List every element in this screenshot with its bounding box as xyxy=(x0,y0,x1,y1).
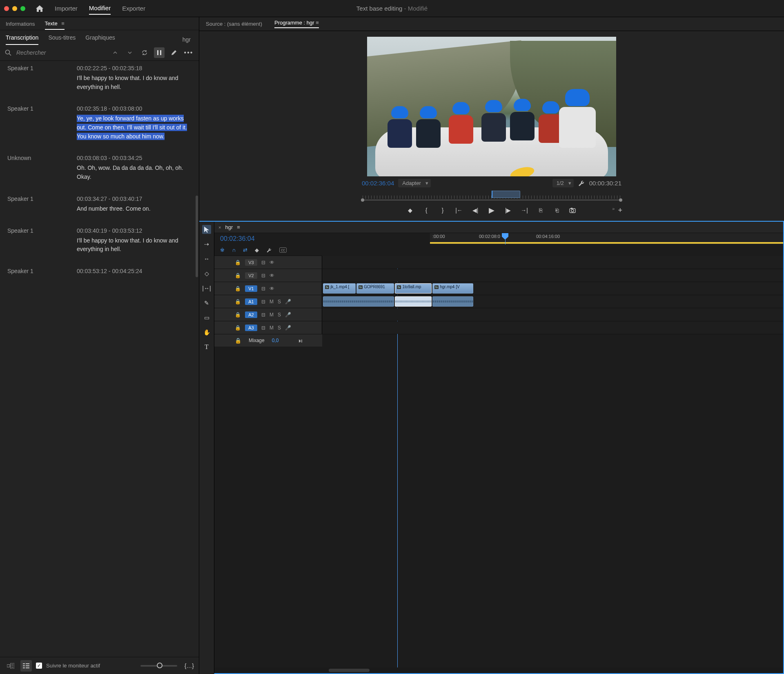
lock-icon[interactable]: 🔒 xyxy=(235,325,241,331)
current-timecode[interactable]: 00:02:36:04 xyxy=(362,180,394,187)
tab-graphics[interactable]: Graphiques xyxy=(85,34,115,45)
clip[interactable]: fxGOPR8691 xyxy=(356,283,394,294)
minimize-window-icon[interactable] xyxy=(12,6,17,11)
lock-icon[interactable]: 🔒 xyxy=(235,273,241,278)
audio-clip-selected[interactable] xyxy=(395,296,432,307)
magnet-icon[interactable]: ∩ xyxy=(232,247,236,253)
lock-icon[interactable]: 🔒 xyxy=(235,286,241,291)
video-frame[interactable] xyxy=(367,37,616,176)
transcript-entry[interactable]: Speaker 1 00:03:34:27 - 00:03:40:17And n… xyxy=(7,196,192,214)
in-point-icon[interactable]: { xyxy=(422,207,430,214)
tab-subtitles[interactable]: Sous-titres xyxy=(48,34,76,45)
audio-clip[interactable] xyxy=(323,296,394,307)
tab-source-monitor[interactable]: Source : (sans élément) xyxy=(206,21,262,27)
transcript-entry[interactable]: Speaker 1 00:03:53:12 - 00:04:25:24 xyxy=(7,268,192,277)
prev-match-icon[interactable] xyxy=(110,47,120,58)
add-button-icon[interactable]: + xyxy=(618,206,622,215)
track-select-tool-icon[interactable]: ⇢ xyxy=(202,240,211,249)
play-icon[interactable]: ▶ xyxy=(488,206,496,215)
transcript-text[interactable]: I'll be happy to know that. I do know an… xyxy=(77,237,178,253)
mic-icon[interactable]: 🎤 xyxy=(285,312,291,318)
sequence-menu-icon[interactable]: ≡ xyxy=(237,224,240,230)
tab-informations[interactable]: Informations xyxy=(6,21,35,29)
more-options-icon[interactable]: ••• xyxy=(183,47,194,58)
sequence-title[interactable]: hgr xyxy=(225,224,233,230)
step-forward-icon[interactable]: |▶ xyxy=(504,207,512,214)
hand-tool-icon[interactable]: ✋ xyxy=(202,328,211,337)
caption-view-icon[interactable] xyxy=(5,660,16,672)
eye-icon[interactable]: 👁 xyxy=(270,273,274,278)
marker-icon[interactable]: ◆ xyxy=(406,207,414,214)
settings-wrench-icon[interactable] xyxy=(266,247,272,253)
pen-tool-icon[interactable]: ✎ xyxy=(202,298,211,307)
timeline-tracks[interactable]: 🔒V3⊟👁 🔒V2⊟👁 🔒V1⊟👁 fxjk_1.mp4 [ fxGOPR869… xyxy=(214,256,783,667)
clip[interactable]: fxhgr.mp4 [V xyxy=(432,283,473,294)
captions-icon[interactable]: cc xyxy=(279,247,287,253)
transcript-entry[interactable]: Speaker 1 00:03:40:19 - 00:03:53:12I'll … xyxy=(7,227,192,254)
transcript-entry[interactable]: Speaker 1 00:02:22:25 - 00:02:35:18I'll … xyxy=(7,65,192,91)
list-view-icon[interactable] xyxy=(20,660,32,672)
track-a2[interactable]: A2 xyxy=(245,311,257,318)
lock-icon[interactable]: 🔒 xyxy=(235,299,241,305)
razor-tool-icon[interactable]: ◇ xyxy=(202,269,211,278)
eye-icon[interactable]: 👁 xyxy=(270,260,274,265)
timeline-zoom-bar[interactable] xyxy=(214,667,783,673)
transcript-text[interactable]: I'll be happy to know that. I do know an… xyxy=(77,75,178,90)
lift-icon[interactable]: ⎘ xyxy=(537,207,545,214)
clip[interactable]: fxjk_1.mp4 [ xyxy=(323,283,356,294)
speaker-label[interactable]: Unknown xyxy=(7,155,77,181)
extract-icon[interactable]: ⎗ xyxy=(553,207,561,214)
solo-icon[interactable]: S xyxy=(278,312,281,318)
mix-value[interactable]: 0,0 xyxy=(272,338,279,343)
snap-icon[interactable]: ※ xyxy=(220,247,225,253)
transcript-entry[interactable]: Speaker 1 00:02:35:18 - 00:03:08:00Ye, y… xyxy=(7,105,192,141)
track-v2[interactable]: V2 xyxy=(245,272,257,279)
rectangle-tool-icon[interactable]: ▭ xyxy=(202,313,211,322)
settings-wrench-icon[interactable] xyxy=(578,180,585,187)
lock-icon[interactable]: 🔒 xyxy=(235,338,241,344)
tab-transcription[interactable]: Transcription xyxy=(6,34,38,45)
eye-icon[interactable]: 👁 xyxy=(270,286,274,291)
follow-monitor-checkbox[interactable]: ✓ xyxy=(36,663,42,669)
button-editor-icon[interactable]: » xyxy=(612,206,615,211)
out-point-icon[interactable]: } xyxy=(439,207,447,214)
selection-tool-icon[interactable] xyxy=(202,225,211,234)
zoom-slider[interactable] xyxy=(140,665,177,667)
nav-import[interactable]: Importer xyxy=(55,2,78,14)
scrollbar[interactable] xyxy=(196,196,198,277)
skip-icon[interactable]: ⏯ xyxy=(298,338,303,344)
go-to-out-icon[interactable]: →| xyxy=(520,207,528,214)
sync-lock-icon[interactable]: ⊟ xyxy=(261,325,265,331)
transcript-entry[interactable]: Unknown 00:03:08:03 - 00:03:34:25Oh. Oh,… xyxy=(7,155,192,181)
slip-tool-icon[interactable]: |↔| xyxy=(202,284,211,293)
zoom-fit-dropdown[interactable]: Adapter xyxy=(398,179,431,187)
transcript-text[interactable]: And number three. Come on. xyxy=(77,205,151,212)
solo-icon[interactable]: S xyxy=(278,325,281,331)
mic-icon[interactable]: 🎤 xyxy=(285,325,291,331)
lock-icon[interactable]: 🔒 xyxy=(235,260,241,265)
nav-export[interactable]: Exporter xyxy=(122,2,145,14)
home-icon[interactable] xyxy=(36,5,43,12)
transcript-list[interactable]: Speaker 1 00:02:22:25 - 00:02:35:18I'll … xyxy=(0,61,199,657)
resolution-dropdown[interactable]: 1/2 xyxy=(552,179,574,187)
mic-icon[interactable]: 🎤 xyxy=(285,299,291,305)
pause-indicators-icon[interactable] xyxy=(154,47,165,58)
sync-lock-icon[interactable]: ⊟ xyxy=(261,299,265,305)
tab-texte[interactable]: Texte ≡ xyxy=(45,20,65,30)
export-frame-icon[interactable] xyxy=(569,207,577,213)
tab-program-monitor[interactable]: Programme : hgr ≡ xyxy=(274,20,319,28)
speaker-label[interactable]: Speaker 1 xyxy=(7,227,77,254)
audio-clip[interactable] xyxy=(432,296,473,307)
solo-icon[interactable]: S xyxy=(278,299,281,305)
ripple-edit-tool-icon[interactable]: ↔ xyxy=(202,254,211,263)
timeline-ruler[interactable]: :00:00 00:02:08:0 00:04:16:00 xyxy=(430,233,783,245)
speaker-label[interactable]: Speaker 1 xyxy=(7,65,77,91)
transcript-text-selected[interactable]: Ye, ye, ye look forward fasten as up wor… xyxy=(77,115,187,140)
track-a3[interactable]: A3 xyxy=(245,325,257,331)
track-a1[interactable]: A1 xyxy=(245,298,257,305)
close-sequence-icon[interactable]: × xyxy=(218,225,221,230)
track-v1[interactable]: V1 xyxy=(245,285,257,292)
search-input[interactable] xyxy=(16,49,65,56)
go-to-in-icon[interactable]: |← xyxy=(455,207,463,214)
speaker-label[interactable]: Speaker 1 xyxy=(7,196,77,214)
